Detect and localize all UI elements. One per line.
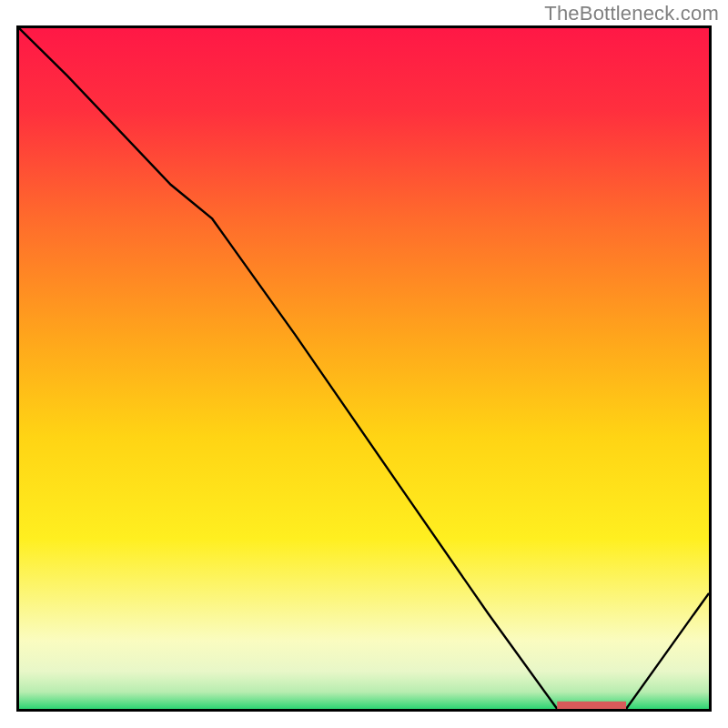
plot-svg	[19, 28, 709, 709]
gradient-background	[19, 28, 709, 709]
plot-area	[16, 25, 712, 712]
flat-segment-marker	[557, 702, 626, 709]
watermark-text: TheBottleneck.com	[544, 2, 719, 25]
chart-stage: TheBottleneck.com	[0, 0, 728, 728]
